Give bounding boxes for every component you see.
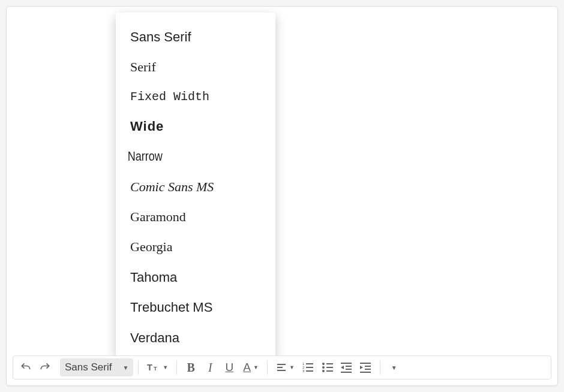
font-family-menu: Sans SerifSerifFixed WidthWideNarrowComi… bbox=[116, 13, 275, 357]
font-option-label: Wide bbox=[130, 119, 164, 134]
font-option-label: Tahoma bbox=[130, 270, 177, 285]
svg-marker-21 bbox=[341, 366, 344, 369]
font-option-label: Verdana bbox=[130, 330, 179, 345]
font-option-serif[interactable]: Serif bbox=[116, 52, 275, 82]
svg-text:3: 3 bbox=[302, 369, 305, 373]
toolbar-separator bbox=[176, 360, 177, 375]
bold-button[interactable]: B bbox=[182, 358, 200, 376]
svg-point-11 bbox=[322, 363, 325, 365]
font-option-wide[interactable]: Wide bbox=[116, 111, 275, 141]
font-option-label: Serif bbox=[130, 59, 156, 74]
font-option-tahoma[interactable]: Tahoma bbox=[116, 263, 275, 293]
dropdown-caret-icon: ▼ bbox=[253, 364, 259, 370]
svg-rect-14 bbox=[326, 363, 333, 364]
align-left-icon bbox=[276, 362, 287, 373]
redo-button[interactable] bbox=[36, 358, 54, 376]
font-option-narrow[interactable]: Narrow bbox=[116, 141, 247, 171]
svg-marker-26 bbox=[360, 366, 363, 369]
svg-rect-8 bbox=[306, 363, 313, 364]
underline-button[interactable]: U bbox=[220, 358, 238, 376]
indent-increase-icon bbox=[360, 362, 372, 373]
redo-icon bbox=[39, 361, 51, 373]
svg-rect-17 bbox=[341, 363, 352, 364]
text-color-icon: A bbox=[243, 361, 251, 374]
indent-decrease-icon bbox=[341, 362, 353, 373]
dropdown-caret-icon: ▼ bbox=[122, 364, 128, 371]
font-option-label: Garamond bbox=[130, 209, 186, 224]
font-option-label: Trebuchet MS bbox=[130, 300, 212, 315]
svg-rect-10 bbox=[306, 370, 313, 372]
toolbar-separator bbox=[380, 360, 380, 375]
font-option-label: Sans Serif bbox=[130, 29, 191, 44]
svg-rect-16 bbox=[326, 370, 333, 372]
more-formatting-button[interactable]: ▼ bbox=[385, 358, 403, 376]
indent-increase-button[interactable] bbox=[357, 358, 375, 376]
font-size-button[interactable]: TT ▼ bbox=[143, 358, 172, 376]
font-size-icon: TT bbox=[147, 361, 160, 373]
svg-point-13 bbox=[322, 370, 325, 372]
svg-text:T: T bbox=[154, 366, 157, 372]
text-color-button[interactable]: A ▼ bbox=[239, 358, 262, 376]
toolbar-separator bbox=[138, 360, 139, 375]
font-option-verdana[interactable]: Verdana bbox=[116, 323, 275, 353]
svg-rect-23 bbox=[365, 366, 371, 367]
svg-text:T: T bbox=[147, 363, 152, 373]
svg-rect-18 bbox=[346, 366, 352, 367]
editor-container: Sans SerifSerifFixed WidthWideNarrowComi… bbox=[6, 6, 558, 386]
svg-rect-15 bbox=[326, 367, 333, 368]
font-family-selected-label: Sans Serif bbox=[65, 361, 112, 373]
dropdown-caret-icon: ▼ bbox=[289, 364, 295, 370]
svg-rect-19 bbox=[346, 369, 352, 370]
toolbar-separator bbox=[267, 360, 268, 375]
font-option-label: Comic Sans MS bbox=[130, 179, 214, 194]
font-option-label: Fixed Width bbox=[130, 90, 209, 104]
formatting-toolbar: Sans Serif ▼ TT ▼ B I U A ▼ ▼ 123 bbox=[13, 355, 551, 379]
font-option-garamond[interactable]: Garamond bbox=[116, 202, 275, 232]
svg-rect-24 bbox=[365, 369, 371, 370]
font-option-georgia[interactable]: Georgia bbox=[116, 232, 275, 262]
svg-rect-9 bbox=[306, 367, 313, 368]
undo-button[interactable] bbox=[17, 358, 35, 376]
indent-decrease-button[interactable] bbox=[338, 358, 356, 376]
dropdown-caret-icon: ▼ bbox=[391, 364, 397, 371]
svg-rect-25 bbox=[360, 372, 371, 373]
font-option-label: Georgia bbox=[130, 239, 172, 254]
font-option-sans-serif[interactable]: Sans Serif bbox=[116, 22, 275, 52]
svg-point-12 bbox=[322, 366, 325, 369]
bulleted-list-button[interactable] bbox=[319, 358, 337, 376]
font-option-comic-sans-ms[interactable]: Comic Sans MS bbox=[116, 172, 275, 202]
font-family-selector[interactable]: Sans Serif ▼ bbox=[60, 358, 133, 376]
numbered-list-icon: 123 bbox=[302, 362, 314, 373]
bulleted-list-icon bbox=[322, 362, 334, 373]
font-option-fixed-width[interactable]: Fixed Width bbox=[116, 83, 275, 111]
undo-icon bbox=[20, 361, 32, 373]
svg-rect-20 bbox=[341, 372, 352, 373]
underline-icon: U bbox=[225, 361, 233, 374]
numbered-list-button[interactable]: 123 bbox=[299, 358, 317, 376]
dropdown-caret-icon: ▼ bbox=[163, 364, 168, 370]
italic-icon: I bbox=[208, 361, 212, 375]
font-option-label: Narrow bbox=[128, 149, 163, 164]
svg-rect-22 bbox=[360, 363, 371, 364]
italic-button[interactable]: I bbox=[201, 358, 219, 376]
bold-icon: B bbox=[187, 361, 195, 375]
align-button[interactable]: ▼ bbox=[272, 358, 298, 376]
font-option-trebuchet-ms[interactable]: Trebuchet MS bbox=[116, 293, 275, 322]
